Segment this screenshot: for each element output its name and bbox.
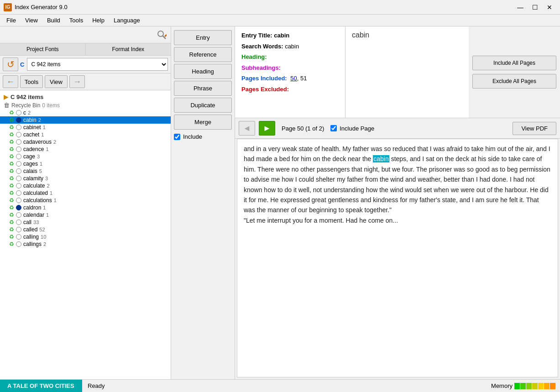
- include-all-pages-button[interactable]: Include All Pages: [472, 56, 556, 70]
- recycle-icon: ♻: [9, 175, 14, 182]
- list-item[interactable]: ♻ calculate 2: [0, 182, 171, 189]
- page-forward-button[interactable]: ►: [259, 121, 275, 136]
- item-name: calling: [23, 234, 39, 240]
- minimize-button[interactable]: —: [513, 2, 527, 12]
- list-item[interactable]: ♻ call 33: [0, 219, 171, 226]
- list-item[interactable]: ♻ cages 1: [0, 160, 171, 167]
- search-words-value: cabin: [285, 43, 299, 50]
- recycle-icon: ♻: [9, 131, 14, 138]
- entry-title-label: Entry Title:: [241, 32, 272, 39]
- item-name: calais: [23, 168, 37, 174]
- list-item[interactable]: ♻ called 52: [0, 226, 171, 233]
- item-count: 2: [43, 241, 46, 247]
- menubar: File View Build Tools Help Language: [0, 15, 560, 26]
- status-memory: Memory: [487, 382, 560, 389]
- item-name: caldron: [23, 204, 41, 211]
- tools-button[interactable]: Tools: [20, 75, 43, 88]
- maximize-button[interactable]: ☐: [528, 2, 542, 12]
- word-list[interactable]: ▶ C 942 items 🗑 Recycle Bin 0 items ♻ c …: [0, 90, 171, 379]
- recycle-icon: ♻: [9, 139, 14, 145]
- item-dot: [16, 154, 21, 159]
- page-info: Page 50 (1 of 2): [282, 125, 324, 132]
- item-name: cage: [23, 153, 35, 160]
- memory-seg-4: [532, 383, 538, 389]
- list-item[interactable]: ♻ cadaverous 2: [0, 138, 171, 146]
- exclude-all-pages-button[interactable]: Exclude All Pages: [472, 74, 556, 89]
- item-dot: [16, 139, 21, 145]
- search-button[interactable]: [155, 28, 168, 41]
- item-name: cabin: [23, 117, 37, 123]
- item-count: 2: [53, 139, 56, 145]
- menu-view[interactable]: View: [21, 16, 42, 25]
- recycle-bin-item[interactable]: 🗑 Recycle Bin 0 items: [0, 101, 171, 109]
- item-name: cadence: [23, 146, 44, 152]
- view-pdf-button[interactable]: View PDF: [513, 122, 556, 135]
- item-dot: [16, 183, 21, 188]
- svg-point-0: [158, 31, 163, 37]
- item-name: cabinet: [23, 124, 41, 131]
- list-item[interactable]: ♻ cage 3: [0, 153, 171, 160]
- list-item[interactable]: ♻ cadence 1: [0, 146, 171, 153]
- item-dot: [16, 241, 21, 247]
- list-item[interactable]: ♻ calamity 3: [0, 175, 171, 182]
- include-row: Include: [174, 133, 232, 140]
- item-name: c: [23, 110, 26, 116]
- include-page-checkbox[interactable]: [330, 125, 337, 131]
- nav-back-button[interactable]: ←: [3, 75, 18, 88]
- menu-build[interactable]: Build: [42, 16, 65, 25]
- item-dot: [16, 161, 21, 167]
- menu-tools[interactable]: Tools: [65, 16, 88, 25]
- list-item[interactable]: ♻ cachet 1: [0, 131, 171, 138]
- titlebar: IG Index Generator 9.0 — ☐ ✕: [0, 0, 560, 15]
- recycle-icon: ♻: [9, 197, 14, 204]
- list-item[interactable]: ♻ cabinet 1: [0, 124, 171, 131]
- heading-button[interactable]: Heading: [174, 64, 232, 79]
- phrase-button[interactable]: Phrase: [174, 81, 232, 96]
- items-dropdown[interactable]: C 942 items: [27, 58, 168, 71]
- entry-button[interactable]: Entry: [174, 30, 232, 45]
- menu-file[interactable]: File: [2, 16, 21, 25]
- list-item[interactable]: ♻ calculated 1: [0, 189, 171, 197]
- page-back-button[interactable]: ◄: [239, 121, 255, 136]
- list-item[interactable]: ♻ caldron 1: [0, 204, 171, 211]
- undo-button[interactable]: ↺: [3, 57, 18, 71]
- menu-language[interactable]: Language: [109, 16, 145, 25]
- page-forward-arrow-icon: ►: [263, 124, 271, 133]
- include-checkbox[interactable]: [174, 134, 180, 140]
- recycle-icon: ♻: [9, 153, 14, 160]
- recycle-icon: ♻: [9, 117, 14, 123]
- list-item[interactable]: ♻ c 2: [0, 109, 171, 116]
- page-link-50[interactable]: 50: [290, 75, 297, 82]
- entry-title-panel: cabin: [345, 26, 469, 118]
- reference-button[interactable]: Reference: [174, 47, 232, 62]
- list-item[interactable]: ♻ calais 5: [0, 167, 171, 175]
- toolbar-row: ↺ C C 942 items: [0, 56, 171, 73]
- list-item[interactable]: ♻ callings 2: [0, 240, 171, 248]
- recycle-icon: ♻: [9, 161, 14, 167]
- list-item[interactable]: ♻ calling 10: [0, 233, 171, 240]
- include-page-row: Include Page: [330, 125, 374, 132]
- view-button[interactable]: View: [45, 75, 68, 88]
- nav-forward-button[interactable]: →: [69, 75, 85, 88]
- duplicate-button[interactable]: Duplicate: [174, 98, 232, 113]
- svg-rect-2: [164, 34, 167, 37]
- list-item[interactable]: ♻ calculations 1: [0, 197, 171, 204]
- app-icon: IG: [4, 3, 12, 11]
- pages-included-values: 50, 51: [290, 75, 307, 82]
- list-item[interactable]: ♻ calendar 1: [0, 211, 171, 219]
- recycle-icon: ♻: [9, 110, 14, 116]
- list-item[interactable]: ♻ cabin 2: [0, 116, 171, 124]
- pages-excluded-label: Pages Excluded:: [241, 86, 289, 93]
- merge-button[interactable]: Merge: [174, 115, 232, 130]
- recycle-icon: ♻: [9, 226, 14, 233]
- menu-help[interactable]: Help: [88, 16, 109, 25]
- left-top-bar: [0, 26, 171, 43]
- item-count: 10: [41, 234, 46, 240]
- tab-project-fonts[interactable]: Project Fonts: [0, 43, 86, 55]
- close-button[interactable]: ✕: [543, 2, 556, 12]
- item-name: called: [23, 226, 37, 233]
- tab-format-index[interactable]: Format Index: [86, 43, 171, 55]
- subheadings-label: Subheadings:: [241, 64, 281, 71]
- memory-seg-2: [520, 383, 526, 389]
- recycle-icon: ♻: [9, 146, 14, 152]
